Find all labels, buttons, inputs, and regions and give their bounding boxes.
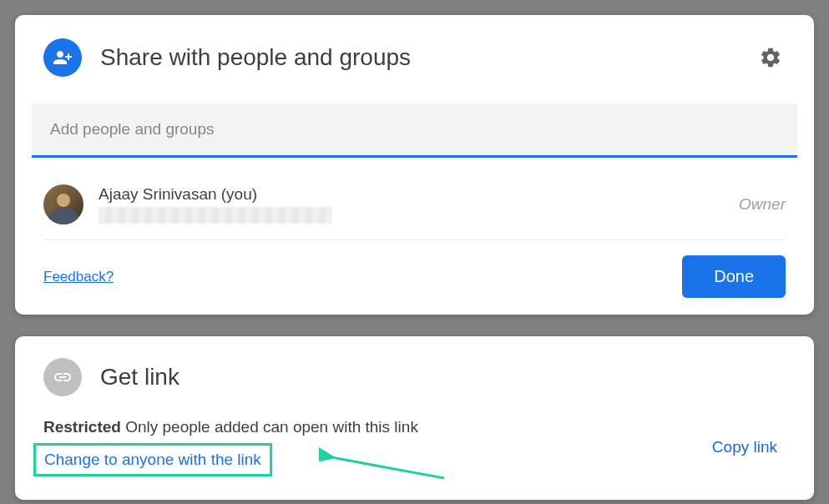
feedback-link[interactable]: Feedback? [43, 269, 114, 285]
link-icon [43, 358, 82, 396]
people-input-container [32, 103, 797, 158]
change-access-link[interactable]: Change to anyone with the link [44, 451, 261, 468]
get-link-body: Restricted Only people added can open wi… [43, 418, 786, 476]
link-status-restricted: Restricted [43, 418, 121, 436]
get-link-header: Get link [43, 358, 786, 396]
person-email-redacted [99, 207, 332, 224]
person-add-icon [43, 38, 82, 77]
link-status: Restricted Only people added can open wi… [43, 418, 687, 436]
share-footer: Feedback? Done [43, 240, 786, 298]
person-info: Ajaay Srinivasan (you) [99, 185, 724, 224]
copy-link-button[interactable]: Copy link [704, 431, 786, 463]
link-status-description: Only people added can open with this lin… [121, 418, 418, 436]
share-dialog: Share with people and groups Ajaay Srini… [15, 15, 814, 315]
link-text-area: Restricted Only people added can open wi… [43, 418, 687, 476]
done-button[interactable]: Done [682, 255, 786, 298]
person-role: Owner [739, 195, 786, 214]
get-link-title: Get link [100, 364, 786, 391]
gear-icon [759, 46, 782, 69]
person-name: Ajaay Srinivasan (you) [99, 185, 724, 204]
get-link-dialog: Get link Restricted Only people added ca… [15, 336, 814, 500]
avatar [43, 184, 83, 224]
person-row: Ajaay Srinivasan (you) Owner [43, 178, 786, 240]
share-header: Share with people and groups [43, 38, 786, 77]
add-people-input[interactable] [32, 103, 797, 155]
share-title: Share with people and groups [100, 44, 737, 71]
settings-button[interactable] [756, 43, 786, 73]
change-link-highlight: Change to anyone with the link [33, 443, 272, 476]
